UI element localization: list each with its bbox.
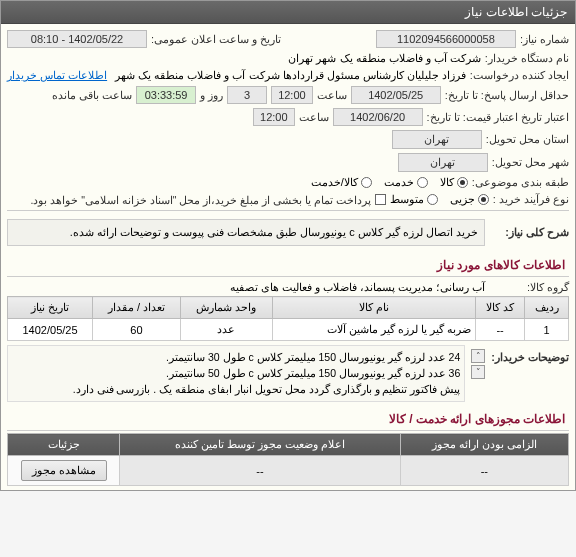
td-date: 1402/05/25 — [8, 319, 93, 341]
th-qty: تعداد / مقدار — [93, 297, 181, 319]
row-goods-group: گروه کالا: آب رسانی؛ مدیریت پسماند، فاضل… — [7, 279, 569, 296]
row-process: نوع فرآیند خرید : جزیی متوسط پرداخت تمام… — [7, 191, 569, 208]
goods-section-title: اطلاعات کالاهای مورد نیاز — [7, 252, 569, 274]
radio-partial[interactable]: جزیی — [450, 193, 489, 206]
deadline-label: حداقل ارسال پاسخ: تا تاریخ: — [445, 89, 569, 102]
goods-table: ردیف کد کالا نام کالا واحد شمارش تعداد /… — [7, 296, 569, 341]
validity-time-label: ساعت — [299, 111, 329, 124]
row-buyer-org: نام دستگاه خریدار: شرکت آب و فاضلاب منطق… — [7, 50, 569, 67]
license-table: الزامی بودن ارائه مجوز اعلام وضعیت مجوز … — [7, 433, 569, 486]
need-desc-label: شرح کلی نیاز: — [489, 226, 569, 239]
divider-3 — [7, 430, 569, 431]
row-province: استان محل تحویل: تهران — [7, 128, 569, 151]
th-code: کد کالا — [476, 297, 525, 319]
note-line-2: 36 عدد لرزه گیر یونیورسال 150 میلیمتر کل… — [12, 366, 460, 382]
radio-medium-label: متوسط — [390, 193, 424, 206]
license-row: -- -- مشاهده مجوز — [8, 456, 569, 486]
panel-title: جزئیات اطلاعات نیاز — [1, 1, 575, 24]
buyer-contact-link[interactable]: اطلاعات تماس خریدار — [7, 69, 107, 82]
validity-time: 12:00 — [253, 108, 295, 126]
row-deadline: حداقل ارسال پاسخ: تا تاریخ: 1402/05/25 س… — [7, 84, 569, 106]
city-label: شهر محل تحویل: — [492, 156, 569, 169]
announce-value: 1402/05/22 - 08:10 — [7, 30, 147, 48]
treasury-note: پرداخت تمام یا بخشی از مبلغ خرید،از محل … — [30, 194, 370, 206]
need-number-label: شماره نیاز: — [520, 33, 569, 46]
row-category: طبقه بندی موضوعی: کالا خدمت کالا/خدمت — [7, 174, 569, 191]
row-need-desc: شرح کلی نیاز: خرید اتصال لرزه گیر کلاس c… — [7, 213, 569, 252]
deadline-remain-label: ساعت باقی مانده — [52, 89, 132, 102]
divider-1 — [7, 210, 569, 211]
radio-service-label: خدمت — [384, 176, 414, 189]
row-buyer-notes: توضیحات خریدار: ˄ ˅ 24 عدد لرزه گیر یونی… — [7, 341, 569, 406]
buyer-org-label: نام دستگاه خریدار: — [485, 52, 569, 65]
requester-value: فرزاد جلیلیان کارشناس مسئول قراردادها شر… — [115, 69, 466, 82]
row-validity: اعتبار تاریخ اعتبار قیمت: تا تاریخ: 1402… — [7, 106, 569, 128]
note-line-3: پیش فاکتور تنظیم و بارگذاری گردد محل تحو… — [12, 382, 460, 398]
radio-goods-service-label: کالا/خدمت — [311, 176, 358, 189]
th-idx: ردیف — [525, 297, 569, 319]
deadline-time: 12:00 — [271, 86, 313, 104]
province-label: استان محل تحویل: — [486, 133, 569, 146]
deadline-day-label: روز و — [200, 89, 223, 102]
radio-goods[interactable]: کالا — [440, 176, 468, 189]
city-value: تهران — [398, 153, 488, 172]
license-table-header: الزامی بودن ارائه مجوز اعلام وضعیت مجوز … — [8, 434, 569, 456]
validity-label: اعتبار تاریخ اعتبار قیمت: تا تاریخ: — [427, 111, 569, 124]
deadline-time-label: ساعت — [317, 89, 347, 102]
deadline-remaining: 03:33:59 — [136, 86, 196, 104]
category-radio-group: کالا خدمت کالا/خدمت — [311, 176, 468, 189]
details-panel: جزئیات اطلاعات نیاز شماره نیاز: 11020945… — [0, 0, 576, 491]
announce-label: تاریخ و ساعت اعلان عمومی: — [151, 33, 281, 46]
need-number-value: 1102094566000058 — [376, 30, 516, 48]
process-label: نوع فرآیند خرید : — [493, 193, 569, 206]
deadline-days: 3 — [227, 86, 267, 104]
notes-chevrons: ˄ ˅ — [471, 345, 485, 379]
divider-2 — [7, 276, 569, 277]
radio-medium[interactable]: متوسط — [390, 193, 438, 206]
license-section-title: اطلاعات مجوزهای ارائه خدمت / کالا — [7, 406, 569, 428]
requester-label: ایجاد کننده درخواست: — [470, 69, 569, 82]
buyer-notes-label: توضیحات خریدار: — [491, 345, 569, 364]
lic-td-2: -- — [120, 456, 401, 486]
need-desc-value: خرید اتصال لرزه گیر کلاس c یونیورسال طبق… — [7, 219, 485, 246]
radio-service-icon — [417, 177, 428, 188]
table-row: 1 -- ضربه گیر یا لرزه گیر ماشین آلات عدد… — [8, 319, 569, 341]
panel-content: شماره نیاز: 1102094566000058 تاریخ و ساع… — [1, 24, 575, 490]
radio-service[interactable]: خدمت — [384, 176, 428, 189]
lic-th-3: جزئیات — [8, 434, 120, 456]
validity-date: 1402/06/20 — [333, 108, 423, 126]
deadline-date: 1402/05/25 — [351, 86, 441, 104]
radio-goods-service[interactable]: کالا/خدمت — [311, 176, 372, 189]
td-name: ضربه گیر یا لرزه گیر ماشین آلات — [272, 319, 476, 341]
category-label: طبقه بندی موضوعی: — [472, 176, 569, 189]
td-unit: عدد — [180, 319, 272, 341]
radio-goods-label: کالا — [440, 176, 454, 189]
goods-group-label: گروه کالا: — [489, 281, 569, 294]
buyer-notes-content: 24 عدد لرزه گیر یونیورسال 150 میلیمتر کل… — [7, 345, 465, 402]
lic-th-1: الزامی بودن ارائه مجوز — [400, 434, 568, 456]
goods-group-value: آب رسانی؛ مدیریت پسماند، فاضلاب و فعالیت… — [230, 281, 485, 294]
th-date: تاریخ نیاز — [8, 297, 93, 319]
td-code: -- — [476, 319, 525, 341]
chevron-up-icon[interactable]: ˄ — [471, 349, 485, 363]
row-requester: ایجاد کننده درخواست: فرزاد جلیلیان کارشن… — [7, 67, 569, 84]
radio-medium-icon — [427, 194, 438, 205]
th-unit: واحد شمارش — [180, 297, 272, 319]
row-city: شهر محل تحویل: تهران — [7, 151, 569, 174]
radio-partial-icon — [478, 194, 489, 205]
td-idx: 1 — [525, 319, 569, 341]
goods-table-header: ردیف کد کالا نام کالا واحد شمارش تعداد /… — [8, 297, 569, 319]
th-name: نام کالا — [272, 297, 476, 319]
note-line-1: 24 عدد لرزه گیر یونیورسال 150 میلیمتر کل… — [12, 350, 460, 366]
chevron-down-icon[interactable]: ˅ — [471, 365, 485, 379]
lic-th-2: اعلام وضعیت مجوز توسط تامین کننده — [120, 434, 401, 456]
view-license-button[interactable]: مشاهده مجوز — [21, 460, 107, 481]
radio-partial-label: جزیی — [450, 193, 475, 206]
radio-goods-icon — [457, 177, 468, 188]
lic-td-3: مشاهده مجوز — [8, 456, 120, 486]
process-radio-group: جزیی متوسط — [390, 193, 489, 206]
radio-goods-service-icon — [361, 177, 372, 188]
treasury-checkbox[interactable] — [375, 194, 386, 205]
buyer-org-value: شرکت آب و فاضلاب منطقه یک شهر تهران — [288, 52, 480, 65]
province-value: تهران — [392, 130, 482, 149]
